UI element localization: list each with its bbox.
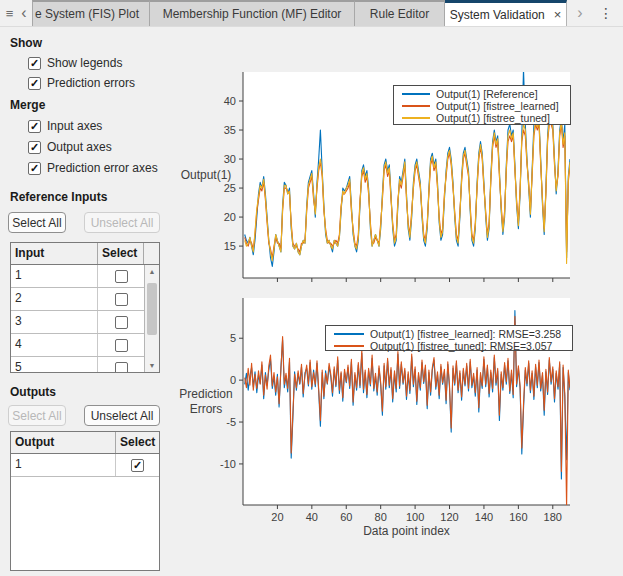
y-axis-label: Errors xyxy=(190,402,223,416)
output-axes-option[interactable]: Output axes xyxy=(28,139,112,155)
table-header: Output Select xyxy=(11,432,159,454)
scrollbar-thumb[interactable] xyxy=(147,283,157,335)
y-tick-label: 5 xyxy=(230,332,236,344)
table-row[interactable]: 4 xyxy=(11,334,144,357)
chevron-right-icon[interactable]: › xyxy=(572,0,588,26)
option-label: Show legends xyxy=(47,56,122,70)
legend-line-swatch xyxy=(402,105,430,107)
row-select-cell xyxy=(116,454,159,476)
tab-system-validation[interactable]: System Validation × xyxy=(445,0,567,26)
x-axis-label: Data point index xyxy=(363,524,450,538)
table-row[interactable]: 1 xyxy=(11,454,159,477)
legend-line-swatch xyxy=(334,333,364,335)
legend-line-swatch xyxy=(402,117,430,119)
table-row[interactable]: 2 xyxy=(11,288,144,311)
option-label: Input axes xyxy=(47,119,102,133)
row-label: 1 xyxy=(11,265,98,287)
legend-label: Output(1) [Reference] xyxy=(436,88,538,100)
show-legends-checkbox[interactable] xyxy=(28,57,41,70)
row-select-checkbox[interactable] xyxy=(115,293,128,306)
option-label: Prediction errors xyxy=(47,76,135,90)
table-row[interactable]: 1 xyxy=(11,265,144,288)
legend-entry: Output(1) [fistree_tuned] xyxy=(398,112,566,124)
row-select-cell xyxy=(98,357,144,373)
legend-label: Output(1) [fistree_tuned] xyxy=(436,112,550,124)
tab-fis-plot[interactable]: e System (FIS) Plot xyxy=(32,0,150,26)
prediction-errors-option[interactable]: Prediction errors xyxy=(28,75,135,91)
row-label: 3 xyxy=(11,311,98,333)
table-header: Input Select xyxy=(11,243,159,265)
row-label: 1 xyxy=(11,454,116,476)
outputs-table: Output Select 1 xyxy=(10,431,160,571)
tab-rule-editor[interactable]: Rule Editor xyxy=(355,0,445,26)
show-legends-option[interactable]: Show legends xyxy=(28,55,122,71)
y-tick-label: -5 xyxy=(226,416,236,428)
y-tick-label: 0 xyxy=(230,374,236,386)
close-tab-icon[interactable]: × xyxy=(554,7,562,22)
reference-inputs-title: Reference Inputs xyxy=(10,190,107,204)
tab-label: System Validation xyxy=(450,8,545,22)
table-body: 12345 xyxy=(11,265,144,373)
table-row[interactable]: 5 xyxy=(11,357,144,373)
row-select-cell xyxy=(98,288,144,310)
scroll-down-icon[interactable]: ▼ xyxy=(145,362,159,369)
reference-inputs-table: Input Select 12345 ▲ ▼ xyxy=(10,242,160,373)
reference-inputs-unselect-all-button[interactable]: Unselect All xyxy=(84,212,160,233)
legend-label: Output(1) [fistree_learned]: RMSE=3.258 xyxy=(370,328,561,340)
tab-label: e System (FIS) Plot xyxy=(35,7,139,21)
outputs-select-all-button[interactable]: Select All xyxy=(8,405,66,426)
x-tick-label: 120 xyxy=(440,511,458,523)
column-header-input: Input xyxy=(11,243,98,264)
x-tick-label: 20 xyxy=(271,511,283,523)
x-tick-label: 140 xyxy=(475,511,493,523)
tab-list-icon[interactable]: ≡ xyxy=(2,0,17,26)
row-select-cell xyxy=(98,265,144,287)
row-label: 4 xyxy=(11,334,98,356)
tab-mf-editor[interactable]: Membership Function (MF) Editor xyxy=(150,0,355,26)
output-axes-checkbox[interactable] xyxy=(28,141,41,154)
input-axes-option[interactable]: Input axes xyxy=(28,118,102,134)
row-label: 5 xyxy=(11,357,98,373)
row-label: 2 xyxy=(11,288,98,310)
input-axes-checkbox[interactable] xyxy=(28,120,41,133)
overflow-menu-icon[interactable]: ⋮ xyxy=(598,0,614,26)
legend-label: Output(1) [fistree_tuned]: RMSE=3.057 xyxy=(370,340,552,352)
table-scrollbar[interactable]: ▲ ▼ xyxy=(144,265,159,372)
prediction-error-axes-checkbox[interactable] xyxy=(28,162,41,175)
chevron-left-icon[interactable]: ‹ xyxy=(17,0,31,26)
x-tick-label: 80 xyxy=(375,511,387,523)
legend-line-swatch xyxy=(402,93,430,95)
x-tick-label: 60 xyxy=(340,511,352,523)
row-select-cell xyxy=(98,311,144,333)
legend-label: Output(1) [fistree_learned] xyxy=(436,100,559,112)
x-tick-label: 180 xyxy=(544,511,562,523)
document-tab-bar: ≡ ‹ e System (FIS) Plot Membership Funct… xyxy=(0,0,623,27)
row-select-checkbox[interactable] xyxy=(131,459,144,472)
column-header-select: Select xyxy=(98,243,144,264)
row-select-checkbox[interactable] xyxy=(115,339,128,352)
y-axis-label: Output(1) xyxy=(181,168,232,182)
legend-line-swatch xyxy=(334,345,364,347)
scroll-up-icon[interactable]: ▲ xyxy=(145,268,159,275)
outputs-unselect-all-button[interactable]: Unselect All xyxy=(84,405,160,426)
row-select-cell xyxy=(98,334,144,356)
prediction-errors-checkbox[interactable] xyxy=(28,77,41,90)
table-row[interactable]: 3 xyxy=(11,311,144,334)
legend-entry: Output(1) [fistree_tuned]: RMSE=3.057 xyxy=(330,340,568,352)
legend-entry: Output(1) [fistree_learned]: RMSE=3.258 xyxy=(330,328,568,340)
table-body: 1 xyxy=(11,454,159,571)
column-header-select: Select xyxy=(116,432,159,453)
y-tick-label: -10 xyxy=(220,458,236,470)
row-select-checkbox[interactable] xyxy=(115,316,128,329)
x-tick-label: 40 xyxy=(306,511,318,523)
prediction-errors-legend: Output(1) [fistree_learned]: RMSE=3.258 … xyxy=(325,325,573,351)
fuzzy-logic-designer-system-validation: ≡ ‹ e System (FIS) Plot Membership Funct… xyxy=(0,0,623,576)
legend-entry: Output(1) [fistree_learned] xyxy=(398,100,566,112)
show-section-title: Show xyxy=(10,36,42,50)
row-select-checkbox[interactable] xyxy=(115,362,128,374)
outputs-title: Outputs xyxy=(10,385,56,399)
x-tick-label: 100 xyxy=(406,511,424,523)
reference-inputs-select-all-button[interactable]: Select All xyxy=(8,212,66,233)
prediction-error-axes-option[interactable]: Prediction error axes xyxy=(28,160,158,176)
row-select-checkbox[interactable] xyxy=(115,270,128,283)
